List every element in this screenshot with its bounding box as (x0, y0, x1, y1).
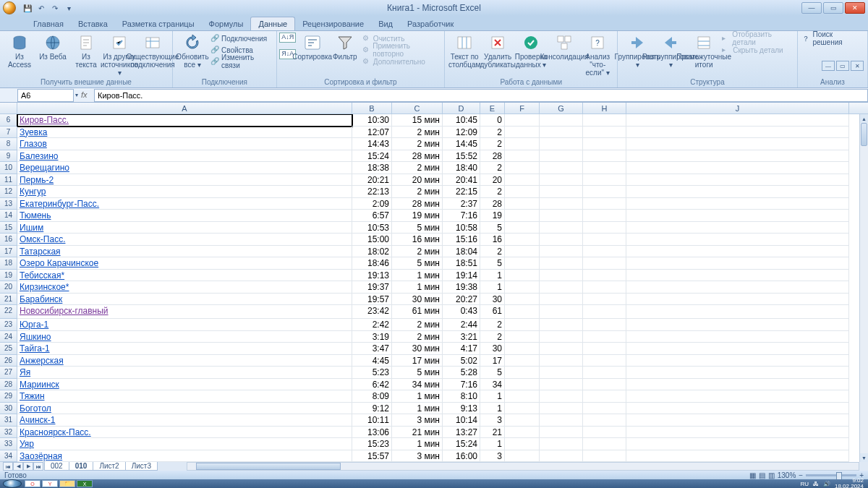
cell-J[interactable] (626, 162, 849, 174)
outline-btn-2[interactable]: Промежуточные итоги (689, 33, 719, 69)
cell-B[interactable]: 6:57 (352, 210, 392, 222)
qat-more-icon[interactable]: ▾ (63, 2, 75, 14)
cell-H[interactable] (583, 257, 626, 270)
cell-A[interactable]: Татарская (17, 246, 352, 258)
start-button[interactable] (3, 479, 22, 488)
sort-button[interactable]: Сортировка (297, 33, 328, 61)
cell-H[interactable] (583, 162, 626, 174)
cell-H[interactable] (583, 294, 626, 306)
zoom-slider[interactable] (806, 474, 856, 476)
cell-D[interactable]: 7:16 (443, 379, 480, 391)
filter-item-1[interactable]: ⚙Применить повторно (362, 44, 440, 56)
tab-0[interactable]: Главная (26, 17, 71, 30)
filter-button[interactable]: Фильтр (331, 33, 359, 61)
row-header[interactable]: 14 (0, 210, 17, 222)
cell-G[interactable] (540, 174, 583, 187)
row-header[interactable]: 15 (0, 222, 17, 234)
outline-item-1[interactable]: ▸Скрыть детали (722, 44, 793, 56)
cell-F[interactable] (505, 127, 540, 139)
cell-G[interactable] (540, 150, 583, 163)
cell-D[interactable]: 22:15 (443, 186, 480, 198)
cell-F[interactable] (505, 246, 540, 258)
cell-D[interactable]: 20:27 (443, 294, 480, 306)
cell-A[interactable]: Новосибирск-главный (17, 305, 352, 319)
cell-E[interactable]: 1 (480, 390, 505, 403)
cell-B[interactable]: 9:12 (352, 403, 392, 415)
cell-G[interactable] (540, 367, 583, 379)
cell-D[interactable]: 15:16 (443, 234, 480, 246)
cell-F[interactable] (505, 270, 540, 282)
cell-E[interactable]: 2 (480, 331, 505, 343)
cell-H[interactable] (583, 210, 626, 222)
cell-B[interactable]: 5:23 (352, 367, 392, 379)
cell-B[interactable]: 19:13 (352, 270, 392, 282)
cell-D[interactable]: 12:09 (443, 127, 480, 139)
cell-E[interactable]: 1 (480, 438, 505, 450)
tab-2[interactable]: Разметка страницы (115, 17, 202, 30)
cell-H[interactable] (583, 319, 626, 331)
cell-A[interactable]: Кирзинское* (17, 281, 352, 294)
cell-J[interactable] (626, 234, 849, 246)
cell-A[interactable]: Мариинск (17, 379, 352, 391)
cell-A[interactable]: Глазов (17, 138, 352, 150)
cell-F[interactable] (505, 438, 540, 450)
cell-G[interactable] (540, 355, 583, 367)
cell-H[interactable] (583, 390, 626, 403)
cell-B[interactable]: 10:11 (352, 414, 392, 427)
cell-J[interactable] (626, 414, 849, 427)
cell-A[interactable]: Верещагино (17, 162, 352, 174)
col-header-H[interactable]: H (583, 103, 626, 114)
cell-C[interactable]: 30 мин (392, 294, 443, 306)
row-header[interactable]: 29 (0, 390, 17, 403)
cell-D[interactable]: 15:52 (443, 150, 480, 163)
cell-J[interactable] (626, 319, 849, 331)
cell-A[interactable]: Кунгур (17, 186, 352, 198)
datatool-btn-2[interactable]: Проверка данных ▾ (516, 33, 546, 69)
col-header-J[interactable]: J (626, 103, 849, 114)
cell-J[interactable] (626, 210, 849, 222)
cell-C[interactable]: 28 мин (392, 150, 443, 163)
select-all-corner[interactable] (0, 103, 17, 114)
tab-4[interactable]: Данные (250, 17, 295, 30)
cell-D[interactable]: 13:27 (443, 427, 480, 439)
cell-D[interactable]: 2:44 (443, 319, 480, 331)
cell-F[interactable] (505, 198, 540, 210)
horizontal-scrollbar[interactable] (187, 462, 859, 471)
cell-A[interactable]: Боготол (17, 403, 352, 415)
cell-E[interactable]: 1 (480, 270, 505, 282)
cell-E[interactable]: 28 (480, 198, 505, 210)
cell-B[interactable]: 19:37 (352, 281, 392, 294)
taskbar-excel-icon[interactable]: X (77, 480, 93, 487)
redo-icon[interactable]: ↷ (49, 2, 61, 14)
cell-C[interactable]: 1 мин (392, 281, 443, 294)
cell-F[interactable] (505, 210, 540, 222)
cell-J[interactable] (626, 186, 849, 198)
row-header[interactable]: 18 (0, 257, 17, 270)
cell-G[interactable] (540, 270, 583, 282)
cell-H[interactable] (583, 150, 626, 163)
cell-F[interactable] (505, 343, 540, 355)
cell-H[interactable] (583, 343, 626, 355)
row-header[interactable]: 33 (0, 438, 17, 450)
cell-D[interactable]: 5:02 (443, 355, 480, 367)
cell-J[interactable] (626, 114, 849, 127)
taskbar-opera-icon[interactable]: O (25, 480, 41, 487)
tab-6[interactable]: Вид (371, 17, 400, 30)
cell-B[interactable]: 15:24 (352, 150, 392, 163)
cell-G[interactable] (540, 319, 583, 331)
col-header-E[interactable]: E (480, 103, 505, 114)
row-header[interactable]: 31 (0, 414, 17, 427)
col-header-B[interactable]: B (352, 103, 392, 114)
cell-C[interactable]: 61 мин (392, 305, 443, 319)
row-header[interactable]: 23 (0, 319, 17, 331)
cell-C[interactable]: 34 мин (392, 379, 443, 391)
cell-J[interactable] (626, 427, 849, 439)
cell-C[interactable]: 2 мин (392, 331, 443, 343)
cell-E[interactable]: 28 (480, 150, 505, 163)
cell-F[interactable] (505, 114, 540, 127)
cell-D[interactable]: 3:21 (443, 331, 480, 343)
col-header-A[interactable]: A (17, 103, 352, 114)
tray-sound-icon[interactable]: 🔊 (823, 481, 830, 487)
cell-H[interactable] (583, 114, 626, 127)
wb-restore-button[interactable]: ▭ (836, 61, 849, 71)
